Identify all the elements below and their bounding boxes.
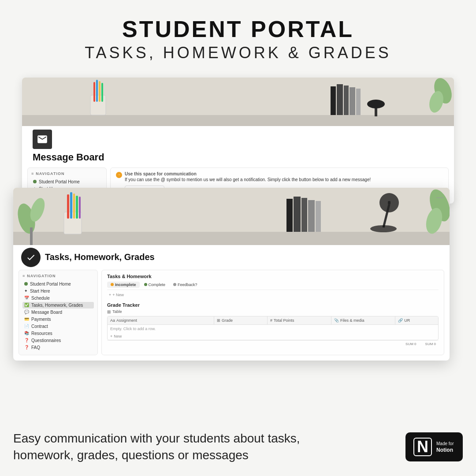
svg-rect-9 xyxy=(344,86,349,115)
svg-rect-8 xyxy=(337,84,343,115)
sidebar-2: ≡ NAVIGATION Student Portal Home ✦ Start… xyxy=(19,270,98,355)
message-board-icon xyxy=(33,130,52,149)
new-grade-row[interactable]: + New xyxy=(108,333,438,340)
tab-feedback-label: Feedback? xyxy=(178,283,197,287)
sidebar-label-resources: Resources xyxy=(31,331,52,336)
sidebar-item-schedule[interactable]: 📅 Schedule xyxy=(22,295,94,301)
notion-badge-text: Made for Notion xyxy=(436,440,454,454)
table-label: Table xyxy=(112,309,122,314)
sidebar-item-faq[interactable]: ❓ FAQ xyxy=(22,344,94,351)
sidebar-item-contract[interactable]: 📄 Contract xyxy=(22,323,94,330)
sidebar-item-payments[interactable]: 💳 Payments xyxy=(22,316,94,323)
resources-icon: 📚 xyxy=(24,331,29,335)
new-grade-label: New xyxy=(114,334,122,338)
sum-row: SUM 0 SUM 0 xyxy=(107,340,439,347)
svg-rect-6 xyxy=(101,83,103,102)
sidebar-nav-label-2: ≡ NAVIGATION xyxy=(22,274,94,278)
svg-rect-7 xyxy=(331,86,336,115)
sidebar-label-start-2: Start Here xyxy=(30,289,50,294)
hero-image-1 xyxy=(22,78,454,126)
sidebar-icon-start-2: ✦ xyxy=(24,289,28,293)
grade-tracker-title: Grade Tracker xyxy=(107,302,439,308)
hero-image-2 xyxy=(13,188,450,245)
page-title-2: Tasks, Homework, Grades xyxy=(45,252,155,262)
sidebar-item-start-2[interactable]: ✦ Start Here xyxy=(22,288,94,294)
sidebar-item-home-1[interactable]: Student Portal Home xyxy=(31,178,103,185)
tab-incomplete-label: Incomplete xyxy=(115,283,136,287)
tab-incomplete[interactable]: Incomplete xyxy=(107,282,140,288)
messages-icon: 💬 xyxy=(24,310,29,314)
contract-icon: 📄 xyxy=(24,324,29,328)
svg-rect-23 xyxy=(70,192,72,219)
col-files: 📎 Files & media xyxy=(331,316,395,324)
screenshots-container: Message Board ≡ NAVIGATION Student Porta… xyxy=(0,78,476,421)
tab-complete[interactable]: Complete xyxy=(141,282,169,288)
svg-point-34 xyxy=(370,225,397,232)
svg-rect-28 xyxy=(294,197,301,232)
svg-rect-27 xyxy=(286,199,293,232)
svg-rect-11 xyxy=(356,89,361,115)
new-task-row[interactable]: + + New xyxy=(107,292,439,298)
arrow-icon: → xyxy=(116,172,122,178)
grade-table-header: Aa Assignment ⊞ Grade # Total Points xyxy=(108,316,438,325)
svg-rect-20 xyxy=(30,227,33,245)
page-title-area-1: Message Board xyxy=(22,149,454,167)
bottom-area: Easy communication with your students ab… xyxy=(0,420,476,476)
svg-rect-25 xyxy=(76,196,78,219)
svg-point-13 xyxy=(367,100,385,108)
sidebar-item-resources[interactable]: 📚 Resources xyxy=(22,330,94,337)
col-assignment: Aa Assignment xyxy=(108,316,214,324)
hamburger-icon-2: ≡ xyxy=(22,274,25,278)
feedback-dot xyxy=(173,283,176,286)
svg-rect-2 xyxy=(90,95,106,115)
sidebar-label-payments: Payments xyxy=(31,317,51,322)
svg-rect-31 xyxy=(316,201,321,232)
sidebar-item-messages[interactable]: 💬 Message Board xyxy=(22,309,94,316)
empty-row: Empty. Click to add a row. xyxy=(108,325,438,333)
questionnaires-icon: ❓ xyxy=(24,338,29,342)
plus-icon-grade: + xyxy=(110,334,112,338)
text-icon: Aa xyxy=(110,318,115,323)
content-area-2: ≡ NAVIGATION Student Portal Home ✦ Start… xyxy=(13,268,450,361)
tab-complete-label: Complete xyxy=(149,283,166,287)
sidebar-label-faq: FAQ xyxy=(31,345,40,350)
hamburger-icon-1: ≡ xyxy=(31,171,34,176)
main-panel-2: Tasks & Homework Incomplete Complete xyxy=(101,270,444,355)
tab-feedback[interactable]: Feedback? xyxy=(170,282,201,288)
bottom-description: Easy communication with your students ab… xyxy=(13,430,357,464)
sidebar-nav-label-1: ≡ NAVIGATION xyxy=(31,171,103,176)
svg-rect-29 xyxy=(301,198,307,232)
tasks-icon xyxy=(21,248,41,267)
grid-icon: ⊞ xyxy=(217,318,220,323)
sidebar-label-home-2: Student Portal Home xyxy=(30,282,71,286)
schedule-icon: 📅 xyxy=(24,296,29,300)
main-title: STUDENT PORTAL xyxy=(0,17,476,42)
svg-rect-24 xyxy=(73,193,75,219)
sidebar-dot-2 xyxy=(24,282,28,286)
payments-icon: 💳 xyxy=(24,317,29,321)
table-icon: ⊞ xyxy=(107,309,111,314)
sidebar-label-messages: Message Board xyxy=(31,310,62,315)
page-icon-area-1 xyxy=(22,126,454,149)
sidebar-item-tasks[interactable]: ✅ Tasks, Homework, Grades xyxy=(22,302,94,309)
use-space-label: Use this space for communication xyxy=(125,171,371,176)
grade-section: Grade Tracker ⊞ Table Aa Assignment ⊞ xyxy=(102,300,444,349)
made-for-label: Made for Notion xyxy=(436,440,454,454)
sidebar-label-home-1: Student Portal Home xyxy=(39,179,80,184)
sidebar-label-tasks: Tasks, Homework, Grades xyxy=(31,303,83,308)
hash-icon: # xyxy=(270,318,272,323)
collapse-icon[interactable]: — xyxy=(435,193,444,202)
tasks-section-label: Tasks & Homework xyxy=(107,274,439,279)
svg-rect-10 xyxy=(350,87,355,115)
new-task-label: + New xyxy=(112,293,124,297)
sub-title: TASKS, HOMEWORK & GRADES xyxy=(0,43,476,63)
sidebar-item-questionnaires[interactable]: ❓ Questionnaires xyxy=(22,337,94,344)
incomplete-dot xyxy=(111,283,114,286)
sidebar-item-home-2[interactable]: Student Portal Home xyxy=(22,281,94,287)
page-title-1: Message Board xyxy=(33,152,443,163)
table-label-row: ⊞ Table xyxy=(107,309,439,314)
header: STUDENT PORTAL TASKS, HOMEWORK & GRADES xyxy=(0,0,476,73)
svg-rect-1 xyxy=(22,115,454,126)
plus-icon-tasks: + xyxy=(109,293,111,297)
svg-rect-26 xyxy=(79,197,81,219)
